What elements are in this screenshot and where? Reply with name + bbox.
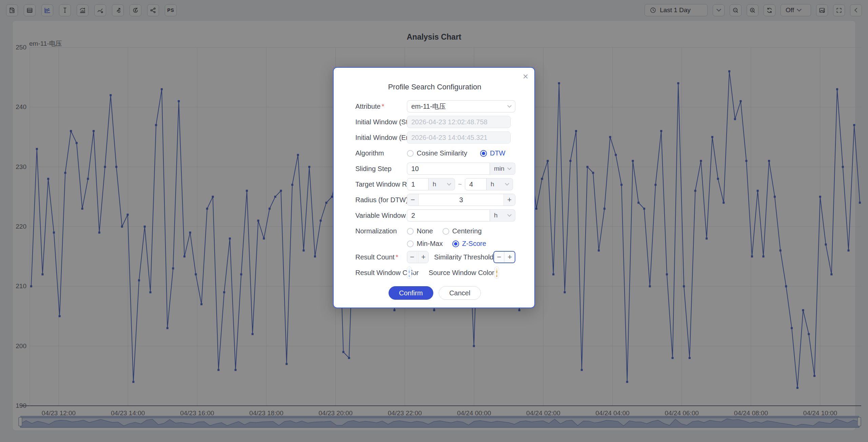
minus-button[interactable]: −	[407, 251, 417, 263]
radio-icon	[480, 150, 487, 157]
modal-footer: Confirm Cancel	[355, 286, 514, 300]
sliding-step-row: Sliding Step 10 min	[355, 163, 514, 175]
source-window-color-picker[interactable]	[494, 267, 499, 279]
normalization-option-label: None	[417, 227, 433, 235]
radius-stepper: − 3 +	[407, 194, 515, 206]
plus-button[interactable]: +	[505, 252, 515, 262]
algorithm-option-dtw[interactable]: DTW	[480, 149, 506, 157]
algorithm-row: Algorithm Cosine SimilarityDTW	[355, 147, 514, 159]
normalization-option-label: Min-Max	[417, 240, 443, 248]
normalization-row: Normalization NoneCenteringMin-MaxZ-Scor…	[355, 225, 514, 248]
attribute-select[interactable]: em-11-电压	[407, 100, 515, 112]
initial-window-start-row: Initial Window (Start) 2026-04-23 12:02:…	[355, 116, 514, 128]
chevron-down-icon	[411, 270, 415, 273]
target-window-from-unit-value: h	[433, 181, 436, 188]
target-window-from-unit-select[interactable]: h	[429, 178, 455, 190]
initial-window-end-input[interactable]: 2026-04-23 14:04:45.321	[407, 131, 511, 144]
result-window-color-picker[interactable]	[407, 267, 412, 279]
range-separator: ~	[458, 181, 462, 188]
normalization-option-min-max[interactable]: Min-Max	[407, 240, 443, 248]
similarity-threshold-label: Similarity Threshold	[434, 253, 493, 261]
variable-window-step-input[interactable]: 2	[407, 209, 490, 222]
profile-search-modal: × Profile Search Configuration Attribute…	[333, 67, 535, 308]
chevron-down-icon	[498, 270, 502, 273]
attribute-label: Attribute	[355, 103, 380, 110]
radio-icon	[407, 240, 414, 247]
normalization-option-label: Z-Score	[462, 240, 486, 248]
normalization-option-centering[interactable]: Centering	[442, 227, 482, 235]
variable-window-step-unit-select[interactable]: h	[490, 209, 515, 222]
close-icon[interactable]: ×	[523, 72, 528, 81]
radio-icon	[407, 150, 414, 157]
variable-window-step-unit-value: h	[494, 212, 498, 219]
target-window-range-row: Target Window Range 1 h ~ 4 h	[355, 178, 514, 190]
attribute-value: em-11-电压	[411, 102, 446, 111]
chevron-down-icon	[507, 103, 512, 108]
normalization-option-z-score[interactable]: Z-Score	[452, 240, 486, 248]
app-root: Analysis Chart em-11-电压 2502402302202102…	[0, 0, 868, 442]
normalization-option-label: Centering	[452, 227, 482, 235]
chevron-down-icon	[447, 181, 451, 186]
target-window-from-input[interactable]: 1	[407, 178, 429, 190]
result-count-stepper: − +	[407, 251, 429, 263]
plus-button[interactable]: +	[418, 251, 428, 263]
initial-window-start-input[interactable]: 2026-04-23 12:02:48.758	[407, 116, 511, 128]
required-asterisk: *	[381, 103, 384, 110]
result-count-label: Result Count	[355, 253, 395, 261]
radius-dtw-row: Radius (for DTW) − 3 +	[355, 194, 514, 206]
minus-button[interactable]: −	[407, 194, 419, 206]
modal-title: Profile Search Configuration	[355, 83, 514, 91]
radio-icon	[442, 228, 449, 235]
result-count-row: Result Count* − + Similarity Threshold −…	[355, 251, 514, 263]
sliding-step-label: Sliding Step	[355, 163, 407, 173]
required-asterisk: *	[396, 253, 398, 261]
sliding-step-unit-value: min	[494, 165, 505, 172]
target-window-range-label: Target Window Range	[355, 178, 407, 188]
radius-dtw-label: Radius (for DTW)	[355, 194, 407, 204]
radius-value[interactable]: 3	[419, 194, 504, 206]
result-window-color-label: Result Window Color	[355, 267, 407, 277]
confirm-button[interactable]: Confirm	[389, 286, 433, 300]
window-colors-row: Result Window Color Source Window Color	[355, 267, 514, 279]
target-window-to-unit-select[interactable]: h	[487, 178, 513, 190]
normalization-option-none[interactable]: None	[407, 227, 433, 235]
initial-window-end-label: Initial Window (End)	[355, 131, 407, 142]
variable-window-step-row: Variable Window Step 2 h	[355, 209, 514, 222]
chevron-down-icon	[507, 212, 512, 217]
initial-window-end-row: Initial Window (End) 2026-04-23 14:04:45…	[355, 131, 514, 144]
sliding-step-unit-select[interactable]: min	[490, 163, 515, 175]
radio-icon	[407, 228, 414, 235]
normalization-label: Normalization	[355, 225, 407, 235]
chevron-down-icon	[505, 181, 509, 186]
target-window-to-unit-value: h	[491, 181, 494, 188]
chevron-down-icon	[507, 166, 512, 170]
source-window-color-label: Source Window Color	[429, 269, 494, 277]
target-window-to-input[interactable]: 4	[465, 178, 487, 190]
similarity-threshold-stepper: − +	[493, 251, 515, 263]
radio-icon	[452, 240, 459, 247]
cancel-button[interactable]: Cancel	[439, 286, 481, 300]
algorithm-option-cosine-similarity[interactable]: Cosine Similarity	[407, 149, 467, 157]
algorithm-option-label: DTW	[490, 149, 506, 157]
sliding-step-input[interactable]: 10	[407, 163, 490, 175]
plus-button[interactable]: +	[504, 194, 515, 206]
variable-window-step-label: Variable Window Step	[355, 209, 407, 219]
minus-button[interactable]: −	[494, 252, 504, 262]
algorithm-label: Algorithm	[355, 147, 407, 157]
algorithm-option-label: Cosine Similarity	[417, 149, 467, 157]
attribute-row: Attribute* em-11-电压	[355, 100, 514, 112]
initial-window-start-label: Initial Window (Start)	[355, 116, 407, 126]
